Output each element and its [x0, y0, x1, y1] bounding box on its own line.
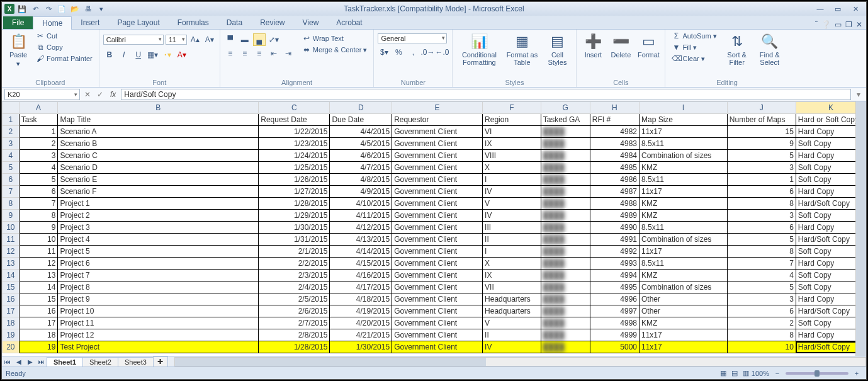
cell[interactable]: 4/10/2015	[330, 198, 392, 210]
table-row[interactable]: 21Scenario A1/22/20154/4/2015Government …	[3, 126, 866, 138]
cell[interactable]: 8.5x11	[639, 258, 727, 270]
col-header-F[interactable]: F	[483, 102, 541, 114]
decrease-indent-button[interactable]: ⇤	[268, 47, 280, 60]
cell[interactable]: IV	[483, 341, 541, 353]
row-header[interactable]: 6	[3, 174, 20, 186]
cell[interactable]: KMZ	[639, 317, 727, 329]
cell[interactable]: 10	[19, 234, 58, 246]
row-header[interactable]: 10	[3, 222, 20, 234]
cell[interactable]: 4/9/2015	[330, 186, 392, 198]
sheet-nav-last[interactable]: ⏭	[36, 358, 47, 365]
cell[interactable]: Project 11	[58, 317, 259, 329]
cell[interactable]: Government Client	[392, 305, 483, 317]
row-header[interactable]: 9	[3, 210, 20, 222]
tab-acrobat[interactable]: Acrobat	[327, 16, 371, 29]
table-row[interactable]: 1413Project 72/3/20154/16/2015Government…	[3, 270, 866, 281]
cell[interactable]: 2/7/2015	[259, 317, 330, 329]
zoom-in-button[interactable]: +	[851, 370, 862, 377]
cell[interactable]: 1/26/2015	[259, 174, 330, 186]
bold-button[interactable]: B	[103, 48, 116, 61]
new-sheet-button[interactable]: ✚	[153, 356, 168, 367]
tab-home[interactable]: Home	[33, 16, 72, 30]
number-format-select[interactable]: General	[378, 33, 447, 43]
cell[interactable]: 1/25/2015	[259, 162, 330, 174]
cell[interactable]: ████	[541, 222, 590, 234]
cell[interactable]: 8	[727, 198, 796, 210]
fx-icon[interactable]: fx	[108, 90, 118, 99]
cell[interactable]: 15	[727, 126, 796, 138]
cell[interactable]: 4990	[590, 222, 639, 234]
cell[interactable]: 3	[727, 210, 796, 222]
cell[interactable]: 10	[727, 341, 796, 353]
col-header-B[interactable]: B	[58, 102, 259, 114]
cell[interactable]: 4985	[590, 162, 639, 174]
cell[interactable]: 2/5/2015	[259, 293, 330, 305]
fill-color-button[interactable]: 🞍▾	[161, 48, 174, 61]
cell[interactable]: 4/7/2015	[330, 162, 392, 174]
align-right-button[interactable]: ≡	[253, 47, 266, 60]
cell[interactable]: 4983	[590, 138, 639, 150]
qat-save-button[interactable]: 💾	[16, 3, 28, 14]
cancel-formula-icon[interactable]: ✕	[82, 90, 93, 99]
cell[interactable]: Scenario E	[58, 174, 259, 186]
cell[interactable]: 3	[727, 293, 796, 305]
formula-input[interactable]: Hard/Soft Copy	[121, 89, 851, 100]
row-header[interactable]: 1	[3, 114, 20, 126]
cell[interactable]: 6	[727, 222, 796, 234]
cell[interactable]: II	[483, 234, 541, 246]
cell[interactable]: 4996	[590, 293, 639, 305]
cell[interactable]: 4998	[590, 317, 639, 329]
zoom-level[interactable]: 100%	[752, 370, 769, 377]
cell[interactable]: KMZ	[639, 162, 727, 174]
sheet-nav-next[interactable]: ▶	[25, 358, 36, 365]
cell[interactable]: 3	[19, 150, 58, 162]
cell[interactable]: Map Title	[58, 114, 259, 126]
cell[interactable]: 4984	[590, 150, 639, 162]
increase-decimal-button[interactable]: .0→	[421, 46, 434, 59]
sheet-tab-2[interactable]: Sheet2	[82, 357, 118, 367]
cell[interactable]: Government Client	[392, 186, 483, 198]
cell[interactable]: 4/8/2015	[330, 174, 392, 186]
cell[interactable]: 8	[727, 329, 796, 341]
paste-button[interactable]: 📋 Paste ▾	[6, 31, 31, 68]
cell[interactable]: 4/6/2015	[330, 150, 392, 162]
cell[interactable]: 4/11/2015	[330, 210, 392, 222]
cell[interactable]: Government Client	[392, 198, 483, 210]
cell[interactable]: 1/30/2015	[330, 341, 392, 353]
cell[interactable]: Government Client	[392, 341, 483, 353]
cell[interactable]: Project 6	[58, 258, 259, 270]
col-header-J[interactable]: J	[727, 102, 796, 114]
cell[interactable]: ████	[541, 126, 590, 138]
cell[interactable]: 4988	[590, 198, 639, 210]
cell[interactable]: 4/20/2015	[330, 317, 392, 329]
cell[interactable]: ████	[541, 329, 590, 341]
cell[interactable]: Region	[483, 114, 541, 126]
cell[interactable]: 4/19/2015	[330, 305, 392, 317]
cell[interactable]: Combination of sizes	[639, 150, 727, 162]
cell[interactable]: 14	[19, 281, 58, 293]
name-box[interactable]: K20	[4, 89, 80, 100]
cell[interactable]: Government Client	[392, 317, 483, 329]
table-row[interactable]: 54Scenario D1/25/20154/7/2015Government …	[3, 162, 866, 174]
cell[interactable]: ████	[541, 234, 590, 246]
cell[interactable]: 6	[19, 186, 58, 198]
table-row[interactable]: 1110Project 41/31/20154/13/2015Governmen…	[3, 234, 866, 246]
cell[interactable]: VIII	[483, 150, 541, 162]
table-row[interactable]: 109Project 31/30/20154/12/2015Government…	[3, 222, 866, 234]
cell[interactable]: Government Client	[392, 293, 483, 305]
file-tab[interactable]: File	[3, 16, 33, 29]
table-row[interactable]: 98Project 21/29/20154/11/2015Government …	[3, 210, 866, 222]
cell[interactable]: 5	[727, 234, 796, 246]
insert-cells-button[interactable]: ➕Insert	[580, 31, 606, 59]
cell[interactable]: 4/4/2015	[330, 126, 392, 138]
increase-indent-button[interactable]: ⇥	[282, 47, 295, 60]
col-header-E[interactable]: E	[392, 102, 483, 114]
cell[interactable]: Project 4	[58, 234, 259, 246]
cell[interactable]: 4/12/2015	[330, 222, 392, 234]
find-select-button[interactable]: 🔍Find & Select	[755, 31, 785, 66]
cell[interactable]: 4987	[590, 186, 639, 198]
align-left-button[interactable]: ≡	[224, 47, 237, 60]
cell[interactable]: ████	[541, 198, 590, 210]
expand-formula-bar-icon[interactable]: ▾	[854, 90, 864, 99]
table-row[interactable]: 43Scenario C1/24/20154/6/2015Government …	[3, 150, 866, 162]
